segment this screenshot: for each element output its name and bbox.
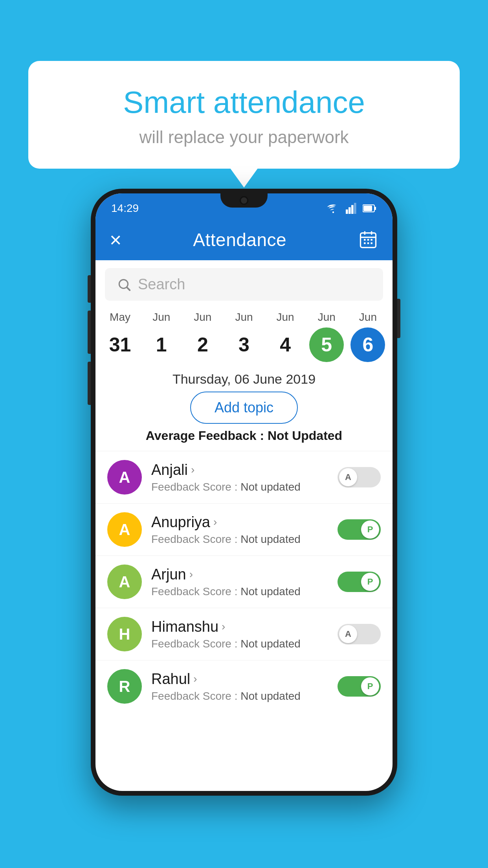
search-icon [117,277,132,292]
cal-month-label: Jun [235,311,253,324]
student-feedback: Feedback Score : Not updated [151,481,328,493]
chevron-icon: › [213,516,217,528]
student-item[interactable]: AAnjali ›Feedback Score : Not updatedA [95,451,393,503]
bubble-title: Smart attendance [48,85,440,120]
svg-rect-17 [371,243,372,244]
svg-point-0 [332,211,334,213]
student-info: Himanshu ›Feedback Score : Not updated [151,618,328,650]
chevron-icon: › [191,463,194,476]
feedback-value: Not updated [240,690,301,702]
svg-rect-14 [371,239,372,241]
student-item[interactable]: HHimanshu ›Feedback Score : Not updatedA [95,608,393,660]
student-info: Rahul ›Feedback Score : Not updated [151,671,328,702]
student-feedback: Feedback Score : Not updated [151,533,328,546]
student-feedback: Feedback Score : Not updated [151,638,328,650]
cal-date-label: 3 [227,327,261,362]
calendar-strip: May31Jun1Jun2Jun3Jun4Jun5Jun6 [95,305,393,365]
student-item[interactable]: AAnupriya ›Feedback Score : Not updatedP [95,503,393,555]
attendance-toggle-container[interactable]: P [338,519,381,540]
toggle-knob: P [361,677,379,695]
add-topic-button[interactable]: Add topic [190,392,298,424]
student-item[interactable]: RRahul ›Feedback Score : Not updatedP [95,660,393,712]
attendance-toggle-container[interactable]: P [338,676,381,697]
signal-icon [345,203,357,214]
attendance-toggle[interactable]: P [338,676,381,697]
cal-month-label: Jun [277,311,294,324]
chevron-icon: › [222,620,225,633]
student-feedback: Feedback Score : Not updated [151,585,328,598]
front-camera [240,196,248,205]
svg-rect-3 [351,205,354,214]
attendance-toggle[interactable]: A [338,467,381,487]
svg-rect-15 [364,243,365,244]
svg-rect-7 [363,206,372,211]
chevron-icon: › [193,673,197,685]
avg-feedback-label: Average Feedback : [146,428,268,443]
close-button[interactable]: × [110,228,121,252]
calendar-day[interactable]: Jun3 [225,311,262,362]
student-avatar: A [107,460,142,495]
calendar-day[interactable]: Jun6 [349,311,387,362]
toggle-knob: P [361,520,379,539]
phone-notch [220,193,268,208]
svg-rect-13 [367,239,369,241]
feedback-value: Not updated [240,585,301,598]
volume-up-button [88,275,91,303]
search-bar[interactable]: Search [105,268,383,301]
feedback-value: Not updated [240,481,301,493]
volume-down-button [88,311,91,354]
student-feedback: Feedback Score : Not updated [151,690,328,702]
attendance-toggle-container[interactable]: A [338,624,381,644]
student-name: Anjali › [151,462,328,478]
power-button [397,299,400,338]
student-list: AAnjali ›Feedback Score : Not updatedAAA… [95,451,393,712]
cal-month-label: Jun [194,311,211,324]
student-info: Anupriya ›Feedback Score : Not updated [151,514,328,546]
phone-device: 14:29 [91,189,397,796]
attendance-toggle[interactable]: P [338,572,381,592]
phone-screen: 14:29 [95,193,393,791]
cal-month-label: Jun [359,311,377,324]
student-info: Anjali ›Feedback Score : Not updated [151,462,328,493]
speech-bubble-container: Smart attendance will replace your paper… [28,61,460,169]
attendance-toggle[interactable]: P [338,519,381,540]
battery-icon [363,204,377,213]
app-bar: × Attendance [95,219,393,260]
calendar-day[interactable]: Jun1 [143,311,180,362]
status-icons [327,203,377,214]
feedback-value: Not updated [240,533,301,545]
attendance-toggle[interactable]: A [338,624,381,644]
cal-month-label: Jun [152,311,170,324]
student-name: Arjun › [151,566,328,583]
speech-bubble: Smart attendance will replace your paper… [28,61,460,169]
svg-rect-16 [367,243,369,244]
feedback-value: Not updated [240,638,301,650]
search-placeholder: Search [138,276,185,293]
cal-date-label: 5 [309,327,344,362]
status-time: 14:29 [111,202,139,215]
calendar-icon[interactable] [358,230,378,250]
attendance-toggle-container[interactable]: P [338,572,381,592]
svg-rect-1 [346,210,348,214]
toggle-knob: P [361,573,379,591]
calendar-day[interactable]: May31 [101,311,139,362]
cal-date-label: 31 [103,327,138,362]
attendance-toggle-container[interactable]: A [338,467,381,487]
student-name: Rahul › [151,671,328,688]
avg-feedback: Average Feedback : Not Updated [95,428,393,443]
svg-rect-2 [349,207,351,214]
phone-outer: 14:29 [91,189,397,796]
student-avatar: H [107,617,142,651]
calendar-day[interactable]: Jun2 [184,311,221,362]
calendar-day[interactable]: Jun5 [308,311,345,362]
silent-button [88,362,91,405]
student-avatar: R [107,669,142,704]
wifi-icon [327,203,340,213]
svg-rect-12 [364,239,365,241]
student-item[interactable]: AArjun ›Feedback Score : Not updatedP [95,555,393,608]
svg-rect-4 [354,203,356,214]
calendar-day[interactable]: Jun4 [267,311,304,362]
chevron-icon: › [189,568,193,581]
app-title: Attendance [193,229,286,250]
cal-date-label: 6 [350,327,385,362]
